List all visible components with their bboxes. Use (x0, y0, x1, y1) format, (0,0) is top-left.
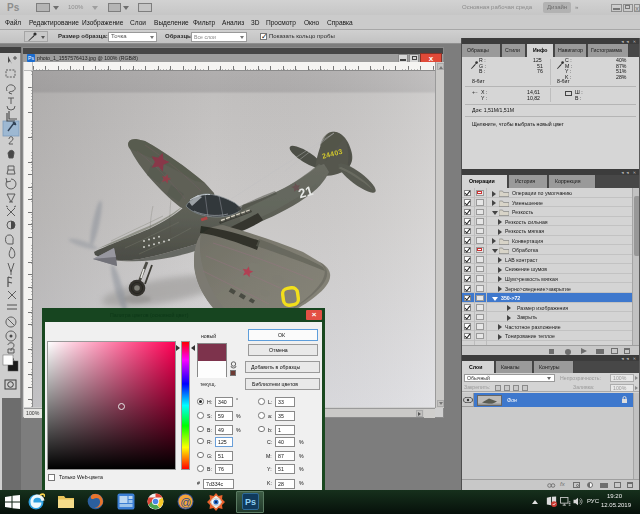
svg-text:@: @ (180, 496, 191, 508)
